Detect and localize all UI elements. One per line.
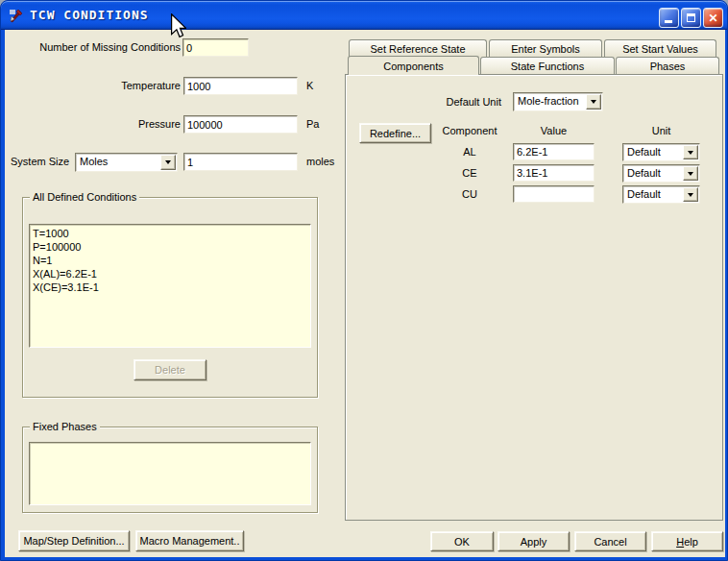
condition-item[interactable]: N=1 (30, 254, 310, 267)
help-button[interactable]: Help (651, 531, 723, 551)
tab-state-functions[interactable]: State Functions (480, 57, 615, 74)
missing-conditions-label: Number of Missing Conditions (20, 41, 181, 53)
fixed-phases-group: Fixed Phases (22, 427, 318, 513)
default-unit-combobox[interactable]: Mole-fraction (513, 92, 603, 111)
dropdown-arrow-icon (591, 100, 596, 104)
macro-management-button[interactable]: Macro Management.. (135, 530, 244, 551)
component-unit-combobox-cu[interactable]: Default (622, 185, 700, 204)
redefine-button[interactable]: Redefine... (359, 123, 431, 143)
component-name: CU (431, 188, 508, 200)
minimize-icon (665, 20, 672, 23)
apply-button[interactable]: Apply (497, 531, 570, 551)
dropdown-arrow-icon (165, 160, 171, 164)
defined-conditions-group: All Defined Conditions T=1000 P=100000 N… (22, 197, 318, 398)
component-name: AL (431, 146, 508, 158)
map-step-definition-button[interactable]: Map/Step Definition... (18, 530, 130, 551)
maximize-button[interactable] (681, 8, 701, 28)
cancel-button[interactable]: Cancel (574, 531, 646, 551)
unit-selected: Default (627, 167, 661, 179)
map-step-definition-label: Map/Step Definition... (19, 535, 129, 547)
fixed-phases-listbox[interactable] (29, 442, 311, 505)
dropdown-arrow-icon (688, 151, 693, 155)
condition-item[interactable]: X(CE)=3.1E-1 (30, 280, 310, 294)
component-value-field-cu[interactable] (513, 185, 595, 203)
dialog-body: Number of Missing Conditions Temperature… (5, 30, 725, 557)
temperature-label: Temperature (20, 80, 181, 91)
cancel-button-label: Cancel (575, 536, 645, 548)
system-size-unit: moles (306, 156, 334, 167)
titlebar[interactable]: TCW CONDITIONS ✕ (1, 1, 727, 30)
help-button-label: Help (652, 536, 722, 548)
dropdown-arrow-icon (688, 193, 693, 197)
close-icon: ✕ (708, 12, 717, 24)
system-size-selected: Moles (80, 156, 108, 167)
tab-set-start-values[interactable]: Set Start Values (604, 39, 716, 57)
defined-conditions-group-label: All Defined Conditions (30, 191, 139, 203)
value-column-header: Value (513, 125, 595, 136)
close-button[interactable]: ✕ (703, 8, 723, 28)
minimize-button[interactable] (659, 8, 679, 28)
dropdown-arrow-button[interactable] (160, 155, 176, 170)
pressure-field[interactable] (183, 115, 298, 134)
unit-selected: Default (627, 188, 661, 200)
app-icon (9, 8, 24, 23)
tab-components[interactable]: Components (348, 56, 479, 75)
ok-button-label: OK (431, 536, 493, 548)
missing-conditions-field[interactable] (182, 38, 249, 57)
window-title: TCW CONDITIONS (30, 8, 149, 22)
tab-phases[interactable]: Phases (616, 57, 719, 74)
window: TCW CONDITIONS ✕ Number of Missing Condi… (0, 0, 728, 561)
dropdown-arrow-button[interactable] (586, 94, 601, 110)
fixed-phases-group-label: Fixed Phases (30, 421, 100, 432)
ok-button[interactable]: OK (430, 531, 494, 551)
component-column-header: Component (431, 125, 508, 136)
condition-item[interactable]: P=100000 (30, 240, 310, 254)
dropdown-arrow-button[interactable] (683, 187, 698, 202)
delete-button[interactable]: Delete (133, 359, 206, 380)
defined-conditions-listbox[interactable]: T=1000 P=100000 N=1 X(AL)=6.2E-1 X(CE)=3… (29, 224, 311, 348)
dropdown-arrow-button[interactable] (683, 166, 698, 181)
apply-button-label: Apply (498, 536, 569, 548)
component-name: CE (431, 167, 508, 179)
default-unit-selected: Mole-fraction (518, 95, 579, 107)
system-size-field[interactable] (183, 153, 298, 171)
temperature-field[interactable] (183, 77, 298, 95)
component-value-field-al[interactable] (513, 143, 595, 160)
tab-set-reference-state[interactable]: Set Reference State (349, 39, 487, 57)
tab-enter-symbols[interactable]: Enter Symbols (489, 39, 602, 57)
system-size-label: System Size (11, 156, 69, 167)
redefine-button-label: Redefine... (360, 128, 430, 139)
unit-column-header: Unit (622, 125, 700, 136)
component-value-field-ce[interactable] (513, 164, 595, 182)
dropdown-arrow-icon (688, 172, 693, 176)
dropdown-arrow-button[interactable] (683, 145, 698, 159)
condition-item[interactable]: X(AL)=6.2E-1 (30, 267, 310, 280)
unit-selected: Default (627, 146, 661, 158)
system-size-combobox[interactable]: Moles (75, 153, 178, 172)
maximize-icon (687, 13, 695, 22)
component-unit-combobox-ce[interactable]: Default (622, 164, 700, 183)
temperature-unit: K (306, 80, 313, 91)
pressure-unit: Pa (306, 118, 319, 130)
delete-button-label: Delete (134, 364, 206, 376)
component-unit-combobox-al[interactable]: Default (622, 143, 700, 161)
condition-item[interactable]: T=1000 (30, 227, 310, 240)
pressure-label: Pressure (20, 118, 181, 130)
macro-management-label: Macro Management.. (136, 535, 243, 547)
default-unit-label: Default Unit (385, 96, 501, 108)
